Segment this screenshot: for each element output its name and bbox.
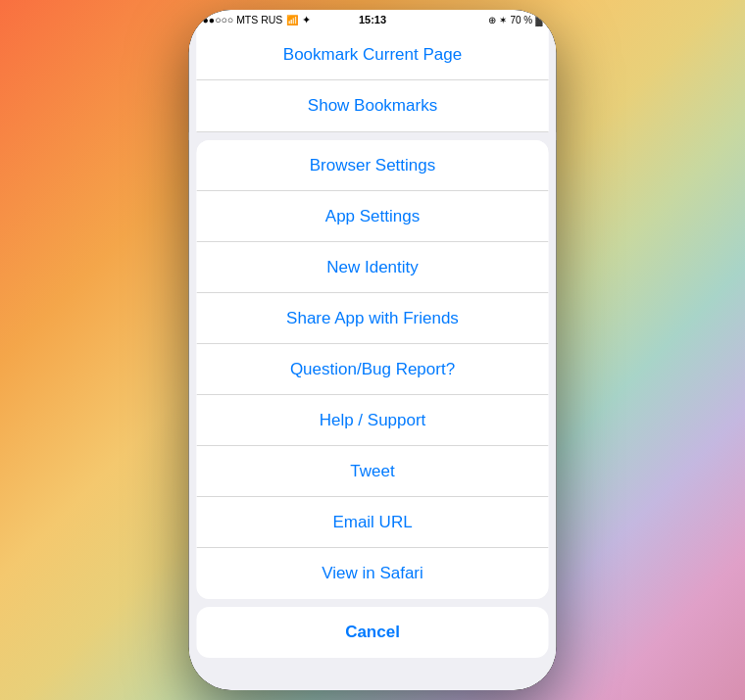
phone-frame: ●●○○○ MTS RUS 📶 ✦ 15:13 ⊕ ✶ 70 % ▓ Bookm: [189, 10, 557, 690]
menu-item-question-bug-report[interactable]: Question/Bug Report?: [197, 344, 549, 395]
menu-item-app-settings[interactable]: App Settings: [197, 191, 549, 242]
wifi-icon: 📶: [286, 15, 298, 25]
status-time: 15:13: [359, 14, 386, 25]
spacer-1: [189, 132, 557, 140]
carrier-text: ●●○○○ MTS RUS: [203, 14, 283, 25]
top-partial-block: Bookmark Current Page Show Bookmarks: [197, 29, 549, 132]
cancel-button-wrapper: Cancel: [197, 607, 549, 658]
background: ●●○○○ MTS RUS 📶 ✦ 15:13 ⊕ ✶ 70 % ▓ Bookm: [0, 0, 745, 700]
cancel-button[interactable]: Cancel: [197, 607, 549, 658]
status-right: ⊕ ✶ 70 % ▓: [488, 15, 542, 25]
cancel-label: Cancel: [345, 623, 400, 642]
status-bar: ●●○○○ MTS RUS 📶 ✦ 15:13 ⊕ ✶ 70 % ▓: [189, 10, 557, 29]
battery-text: 70 %: [510, 15, 532, 25]
menu-item-show-bookmarks[interactable]: Show Bookmarks: [197, 80, 549, 131]
battery-icon: ▓: [535, 15, 542, 25]
menu-item-email-url[interactable]: Email URL: [197, 497, 549, 548]
menu-item-view-in-safari[interactable]: View in Safari: [197, 548, 549, 599]
status-left: ●●○○○ MTS RUS 📶 ✦: [203, 14, 312, 25]
menu-item-share-app-with-friends[interactable]: Share App with Friends: [197, 293, 549, 344]
location-icon: ⊕: [488, 15, 496, 25]
signal-extra: ✦: [302, 14, 311, 25]
phone-screen: ●●○○○ MTS RUS 📶 ✦ 15:13 ⊕ ✶ 70 % ▓ Bookm: [189, 10, 557, 690]
menu-item-bookmark-current-page[interactable]: Bookmark Current Page: [197, 29, 549, 80]
action-sheet-overlay: Bookmark Current Page Show Bookmarks Bro…: [189, 29, 557, 690]
menu-item-help-support[interactable]: Help / Support: [197, 395, 549, 446]
menu-item-new-identity[interactable]: New Identity: [197, 242, 549, 293]
menu-item-browser-settings[interactable]: Browser Settings: [197, 140, 549, 191]
bluetooth-icon: ✶: [499, 15, 507, 25]
main-menu-group: Browser Settings App Settings New Identi…: [197, 140, 549, 599]
menu-item-tweet[interactable]: Tweet: [197, 446, 549, 497]
